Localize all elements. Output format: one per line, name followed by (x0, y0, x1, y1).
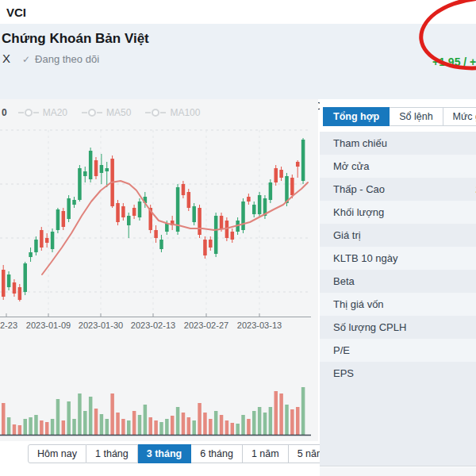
row-label: Khối lượng (333, 206, 384, 218)
candlestick-chart[interactable] (0, 99, 318, 476)
table-row: Mở cửa (320, 155, 476, 178)
side-tab-1[interactable]: Sổ lệnh (390, 107, 443, 126)
side-panel-tabs: Tổng hợpSổ lệnhMức giáThống kê (323, 107, 476, 126)
side-panel-footer (320, 467, 476, 476)
row-label: KLTB 10 ngày (333, 252, 397, 264)
row-label: Thấp - Cao (333, 183, 385, 195)
ticker-symbol: VCI (6, 6, 26, 19)
row-label: Giá trị (333, 229, 361, 241)
row-label: Số lượng CPLH (333, 321, 406, 333)
x-axis-label-3: 2023-02-13 (131, 321, 175, 330)
side-panel-rows: Tham chiếuMở cửaThấp - Cao29.10 -Khối lư… (320, 132, 476, 385)
table-row: P/E (320, 339, 476, 362)
x-axis-label-2: 2023-01-30 (79, 321, 123, 330)
row-label: Beta (333, 275, 355, 287)
table-row: Tham chiếu (320, 132, 476, 155)
range-buttons: Hôm nay1 tháng3 tháng6 tháng1 năm5 năm (28, 444, 334, 463)
row-label: EPS (333, 367, 354, 379)
watchlist-label: Đang theo dõi (35, 53, 99, 65)
check-icon: ✓ (22, 54, 30, 65)
x-axis-label-0: 2-23 (0, 321, 17, 330)
exchange-label-partial: X (2, 52, 10, 65)
row-label: Thị giá vốn (333, 298, 384, 310)
watchlist-toggle[interactable]: ✓Đang theo dõi (22, 53, 99, 65)
x-axis-label-4: 2023-02-27 (184, 321, 228, 330)
table-row: Khối lượng11.23 (320, 201, 476, 224)
stock-header: Chứng Khoán Bản Việt X ✓Đang theo dõi +1… (0, 24, 476, 99)
side-tab-2[interactable]: Mức giá (443, 107, 476, 126)
row-label: P/E (333, 344, 350, 356)
company-title: Chứng Khoán Bản Việt (2, 31, 149, 47)
x-axis-label-1: 2023-01-09 (26, 321, 71, 330)
row-label: Tham chiếu (333, 137, 387, 149)
range-button-2[interactable]: 3 tháng (138, 444, 191, 463)
range-button-4[interactable]: 1 năm (243, 444, 289, 463)
table-row: Thị giá vốn13.04 (320, 293, 476, 316)
range-button-1[interactable]: 1 tháng (86, 444, 138, 463)
side-tab-0[interactable]: Tổng hợp (323, 107, 390, 126)
table-row: KLTB 10 ngày7.2 (320, 247, 476, 270)
price-change: +1.95 / + (432, 56, 476, 68)
table-row: Số lượng CPLH435.4 (320, 316, 476, 339)
table-row: Giá trị341 (320, 224, 476, 247)
range-button-3[interactable]: 6 tháng (191, 444, 243, 463)
table-row: EPS (320, 362, 476, 385)
side-panel-filler (320, 385, 476, 466)
top-bar: VCI (0, 0, 476, 24)
row-label: Mở cửa (333, 160, 369, 172)
table-row: Thấp - Cao29.10 - (320, 178, 476, 201)
side-panel: Tổng hợpSổ lệnhMức giáThống kê Tham chiế… (320, 99, 476, 476)
range-button-0[interactable]: Hôm nay (28, 444, 86, 463)
table-row: Beta (320, 270, 476, 293)
x-axis-label-5: 2023-03-13 (237, 321, 282, 330)
